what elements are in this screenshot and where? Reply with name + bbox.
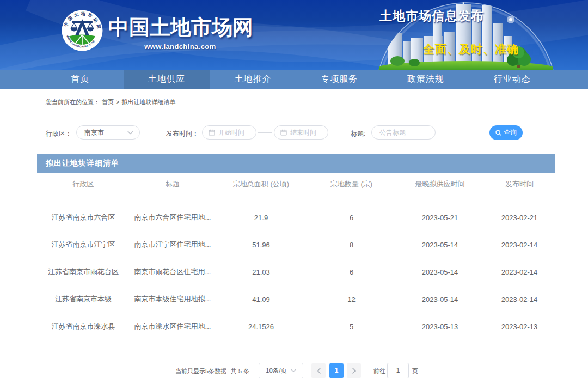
breadcrumb-home-link[interactable]: 首页 — [102, 99, 114, 105]
banner-slogan-1: 土地市场信息发布 — [379, 8, 484, 25]
table-row[interactable]: 江苏省南京市江宁区 南京市江宁区住宅用地... 51.96 8 2023-05-… — [37, 231, 555, 258]
table-row[interactable]: 江苏省南京市本级 南京市本级住宅用地拟... 41.09 12 2023-05-… — [37, 286, 555, 313]
result-panel: 拟出让地块详细清单 行政区 标题 宗地总面积 (公顷) 宗地数量 (宗) 最晚拟… — [37, 154, 555, 340]
chevron-down-icon — [291, 369, 296, 372]
region-select[interactable]: 南京市 — [76, 125, 140, 140]
goto-page-suffix: 页 — [412, 367, 418, 375]
nav-item-land-promotion[interactable]: 土地推介 — [210, 70, 296, 89]
breadcrumb-current: 拟出让地块详细清单 — [121, 99, 175, 105]
nav-item-land-supply[interactable]: 土地供应 — [124, 70, 210, 89]
site-header: 中国土地市场网 WWW.LANDCHINA.COM 中国土地市场网 www.la… — [0, 0, 588, 70]
goto-page-label: 前往 — [373, 367, 385, 375]
date-label: 发布时间： — [166, 129, 199, 138]
table-header-row: 行政区 标题 宗地总面积 (公顷) 宗地数量 (宗) 最晚拟供应时间 发布时间 — [37, 173, 555, 195]
column-header: 发布时间 — [483, 179, 555, 189]
title-input[interactable] — [371, 125, 436, 140]
date-end-field[interactable] — [290, 129, 328, 136]
table-row[interactable]: 江苏省南京市雨花台区 南京市雨花台区住宅用... 21.03 6 2023-05… — [37, 258, 555, 286]
breadcrumb-prefix: 您当前所在的位置： — [46, 99, 100, 105]
site-title: 中国土地市场网 — [108, 14, 253, 41]
next-page-button[interactable] — [347, 363, 361, 378]
nav-item-home[interactable]: 首页 — [37, 70, 124, 89]
panel-header: 拟出让地块详细清单 — [37, 154, 555, 173]
prev-page-button[interactable] — [311, 363, 326, 378]
nav-item-policies[interactable]: 政策法规 — [383, 70, 469, 89]
chevron-left-icon — [317, 368, 321, 374]
column-header: 宗地数量 (宗) — [307, 179, 396, 189]
region-select-value: 南京市 — [84, 128, 127, 137]
region-label: 行政区： — [46, 129, 72, 138]
date-start-input[interactable] — [202, 125, 256, 140]
page-number-1[interactable]: 1 — [329, 363, 344, 378]
filter-bar: 行政区： 南京市 发布时间： 标题: 查询 — [0, 114, 588, 154]
column-header: 行政区 — [37, 179, 130, 189]
banner-slogan-2: 全面、及时、准确 — [423, 41, 519, 57]
pagination-notice: 当前只显示5条数据 — [175, 367, 226, 375]
search-icon — [495, 130, 501, 136]
date-start-field[interactable] — [218, 129, 256, 136]
nav-item-special-services[interactable]: 专项服务 — [296, 70, 383, 89]
breadcrumb-separator: > — [116, 99, 119, 105]
column-header: 标题 — [130, 179, 216, 189]
pagination-total: 共 5 条 — [231, 367, 249, 375]
pagination: 当前只显示5条数据 共 5 条 10条/页 1 前往 页 — [0, 340, 588, 388]
chevron-down-icon — [127, 131, 133, 135]
page-size-select[interactable]: 10条/页 — [259, 363, 303, 378]
parcel-table: 行政区 标题 宗地总面积 (公顷) 宗地数量 (宗) 最晚拟供应时间 发布时间 … — [37, 173, 555, 340]
date-range-separator — [258, 132, 272, 133]
table-row[interactable]: 江苏省南京市六合区 南京市六合区住宅用地... 21.9 6 2023-05-2… — [37, 204, 555, 231]
chevron-right-icon — [352, 368, 356, 374]
table-body: 江苏省南京市六合区 南京市六合区住宅用地... 21.9 6 2023-05-2… — [37, 195, 555, 340]
breadcrumb: 您当前所在的位置：首页>拟出让地块详细清单 — [0, 89, 588, 114]
panel-title: 拟出让地块详细清单 — [46, 159, 119, 168]
title-label: 标题: — [351, 129, 365, 138]
calendar-icon — [209, 129, 215, 136]
calendar-icon — [280, 129, 287, 136]
column-header: 宗地总面积 (公顷) — [216, 179, 307, 189]
site-url: www.landchina.com — [109, 43, 252, 51]
site-logo[interactable]: 中国土地市场网 WWW.LANDCHINA.COM — [62, 10, 103, 51]
main-nav: 首页 土地供应 土地推介 专项服务 政策法规 行业动态 — [0, 70, 588, 89]
title-field[interactable] — [379, 129, 435, 136]
column-header: 最晚拟供应时间 — [396, 179, 483, 189]
date-end-input[interactable] — [274, 125, 328, 140]
table-row[interactable]: 江苏省南京市溧水县 南京市溧水区住宅用地... 24.1526 5 2023-0… — [37, 313, 555, 340]
goto-page-input[interactable] — [387, 363, 409, 378]
search-button[interactable]: 查询 — [489, 125, 523, 140]
page: 中国土地市场网 WWW.LANDCHINA.COM 中国土地市场网 www.la… — [0, 0, 588, 388]
nav-item-industry-news[interactable]: 行业动态 — [469, 70, 555, 89]
